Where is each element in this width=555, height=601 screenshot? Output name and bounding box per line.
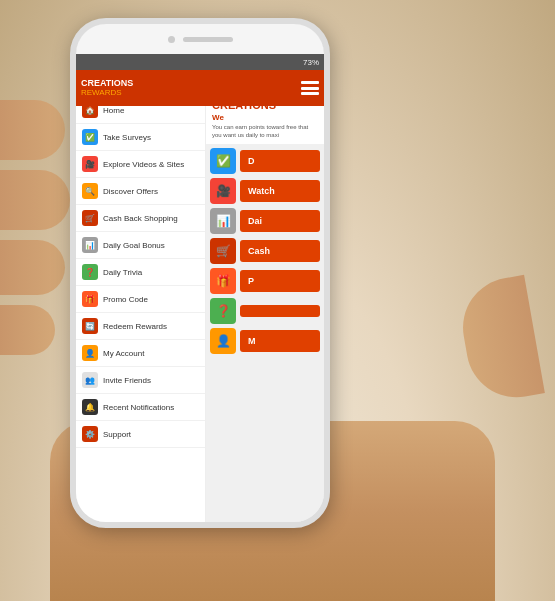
take-surveys-icon: ✅: [82, 129, 98, 145]
daily-trivia-icon: ❓: [82, 264, 98, 280]
menu-icon-account: 👤: [210, 328, 236, 354]
battery-level: 73%: [303, 58, 319, 67]
recent-notifications-icon: 🔔: [82, 399, 98, 415]
hamburger-menu[interactable]: [301, 81, 319, 95]
sidebar-item-explore-videos[interactable]: 🎥Explore Videos & Sites: [76, 151, 205, 178]
menu-label-account: M: [240, 330, 320, 352]
menu-item-watch[interactable]: 🎥Watch: [210, 178, 320, 204]
sidebar-item-recent-notifications[interactable]: 🔔Recent Notifications: [76, 394, 205, 421]
sidebar-item-redeem-rewards[interactable]: 🔄Redeem Rewards: [76, 313, 205, 340]
sidebar-item-invite-friends[interactable]: 👥Invite Friends: [76, 367, 205, 394]
sidebar-item-daily-goal[interactable]: 📊Daily Goal Bonus: [76, 232, 205, 259]
hamburger-line-3: [301, 92, 319, 95]
menu-label-cash-back: Cash: [240, 240, 320, 262]
menu-label-watch: Watch: [240, 180, 320, 202]
promo-code-label: Promo Code: [103, 295, 148, 304]
promo-code-icon: 🎁: [82, 291, 98, 307]
menu-icon-watch: 🎥: [210, 178, 236, 204]
daily-trivia-label: Daily Trivia: [103, 268, 142, 277]
menu-label-promo: P: [240, 270, 320, 292]
camera: [168, 36, 175, 43]
menu-icon-question: ❓: [210, 298, 236, 324]
logo-line2: REWARDS: [81, 89, 133, 98]
sidebar-item-promo-code[interactable]: 🎁Promo Code: [76, 286, 205, 313]
home-label: Home: [103, 106, 124, 115]
sidebar: CREATIONS REWARDS 🏠Home✅Take Surveys🎥Exp…: [76, 70, 206, 522]
sidebar-item-my-account[interactable]: 👤My Account: [76, 340, 205, 367]
menu-items-list: ✅D🎥Watch📊Dai🛒Cash🎁P❓👤M: [206, 144, 324, 362]
daily-goal-label: Daily Goal Bonus: [103, 241, 165, 250]
hamburger-line-1: [301, 81, 319, 84]
app-logo: CREATIONS REWARDS: [81, 79, 133, 98]
cash-back-icon: 🛒: [82, 210, 98, 226]
earn-text: You can earn points toward free that you…: [206, 122, 324, 144]
sidebar-item-take-surveys[interactable]: ✅Take Surveys: [76, 124, 205, 151]
sidebar-item-support[interactable]: ⚙️Support: [76, 421, 205, 448]
welcome-text: We: [206, 113, 324, 122]
menu-icon-do-surveys: ✅: [210, 148, 236, 174]
my-account-label: My Account: [103, 349, 144, 358]
redeem-rewards-icon: 🔄: [82, 318, 98, 334]
menu-item-daily[interactable]: 📊Dai: [210, 208, 320, 234]
app-header: CREATIONS REWARDS: [76, 70, 324, 106]
sidebar-item-daily-trivia[interactable]: ❓Daily Trivia: [76, 259, 205, 286]
menu-label-daily: Dai: [240, 210, 320, 232]
take-surveys-label: Take Surveys: [103, 133, 151, 142]
hamburger-line-2: [301, 87, 319, 90]
sidebar-items: 🏠Home✅Take Surveys🎥Explore Videos & Site…: [76, 97, 205, 448]
menu-item-do-surveys[interactable]: ✅D: [210, 148, 320, 174]
phone: 73% CREATIONS REWARDS CREATIONS REWARDS …: [70, 18, 330, 528]
daily-goal-icon: 📊: [82, 237, 98, 253]
menu-icon-promo: 🎁: [210, 268, 236, 294]
menu-item-cash-back[interactable]: 🛒Cash: [210, 238, 320, 264]
menu-item-account[interactable]: 👤M: [210, 328, 320, 354]
menu-item-promo[interactable]: 🎁P: [210, 268, 320, 294]
status-bar: 73%: [76, 54, 324, 70]
explore-videos-icon: 🎥: [82, 156, 98, 172]
discover-offers-icon: 🔍: [82, 183, 98, 199]
menu-label-question: [240, 305, 320, 317]
sidebar-item-cash-back[interactable]: 🛒Cash Back Shopping: [76, 205, 205, 232]
menu-label-do-surveys: D: [240, 150, 320, 172]
support-icon: ⚙️: [82, 426, 98, 442]
sidebar-item-discover-offers[interactable]: 🔍Discover Offers: [76, 178, 205, 205]
phone-top: [76, 24, 324, 54]
support-label: Support: [103, 430, 131, 439]
menu-icon-daily: 📊: [210, 208, 236, 234]
explore-videos-label: Explore Videos & Sites: [103, 160, 184, 169]
menu-item-question[interactable]: ❓: [210, 298, 320, 324]
cash-back-label: Cash Back Shopping: [103, 214, 178, 223]
recent-notifications-label: Recent Notifications: [103, 403, 174, 412]
main-content: CREATIONS REWARDS CREATIONS We You can e…: [206, 70, 324, 522]
invite-friends-icon: 👥: [82, 372, 98, 388]
invite-friends-label: Invite Friends: [103, 376, 151, 385]
discover-offers-label: Discover Offers: [103, 187, 158, 196]
redeem-rewards-label: Redeem Rewards: [103, 322, 167, 331]
speaker: [183, 37, 233, 42]
menu-icon-cash-back: 🛒: [210, 238, 236, 264]
my-account-icon: 👤: [82, 345, 98, 361]
